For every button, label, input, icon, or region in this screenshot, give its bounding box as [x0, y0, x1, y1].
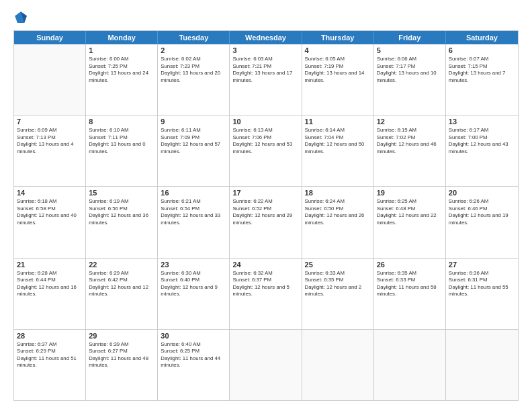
day-number: 25: [305, 261, 371, 269]
cell-info: Sunrise: 6:11 AM Sunset: 7:09 PM Dayligh…: [161, 127, 226, 155]
calendar-cell: 14Sunrise: 6:18 AM Sunset: 6:58 PM Dayli…: [14, 187, 86, 257]
day-number: 29: [89, 332, 154, 340]
day-number: 26: [377, 261, 443, 269]
page: SundayMondayTuesdayWednesdayThursdayFrid…: [0, 0, 532, 411]
calendar-cell: 24Sunrise: 6:32 AM Sunset: 6:37 PM Dayli…: [230, 259, 302, 329]
calendar-cell: 3Sunrise: 6:03 AM Sunset: 7:21 PM Daylig…: [230, 44, 302, 115]
day-number: 16: [161, 189, 226, 197]
day-number: 9: [161, 118, 226, 126]
cell-info: Sunrise: 6:35 AM Sunset: 6:33 PM Dayligh…: [377, 270, 443, 298]
day-number: 27: [449, 261, 515, 269]
day-number: 11: [305, 118, 371, 126]
day-number: 13: [449, 118, 515, 126]
calendar-row: 21Sunrise: 6:28 AM Sunset: 6:44 PM Dayli…: [14, 258, 518, 329]
calendar-day-header: Tuesday: [158, 31, 230, 44]
cell-info: Sunrise: 6:17 AM Sunset: 7:00 PM Dayligh…: [449, 127, 515, 155]
calendar-cell: [230, 330, 302, 400]
day-number: 22: [89, 261, 154, 269]
day-number: 3: [232, 46, 298, 54]
calendar-cell: 15Sunrise: 6:19 AM Sunset: 6:56 PM Dayli…: [86, 187, 158, 257]
logo: [13, 10, 31, 25]
calendar-day-header: Thursday: [302, 31, 374, 44]
calendar-cell: 17Sunrise: 6:22 AM Sunset: 6:52 PM Dayli…: [230, 187, 302, 257]
calendar-cell: 27Sunrise: 6:36 AM Sunset: 6:31 PM Dayli…: [446, 259, 518, 329]
calendar-cell: 10Sunrise: 6:13 AM Sunset: 7:06 PM Dayli…: [230, 116, 302, 186]
calendar-day-header: Saturday: [446, 31, 518, 44]
calendar-cell: 4Sunrise: 6:05 AM Sunset: 7:19 PM Daylig…: [302, 44, 374, 115]
calendar-day-header: Monday: [86, 31, 158, 44]
cell-info: Sunrise: 6:40 AM Sunset: 6:25 PM Dayligh…: [161, 341, 226, 369]
cell-info: Sunrise: 6:33 AM Sunset: 6:35 PM Dayligh…: [305, 270, 371, 298]
day-number: 5: [377, 46, 443, 54]
calendar-cell: [14, 44, 86, 115]
calendar-cell: 26Sunrise: 6:35 AM Sunset: 6:33 PM Dayli…: [374, 259, 446, 329]
cell-info: Sunrise: 6:02 AM Sunset: 7:23 PM Dayligh…: [161, 56, 226, 84]
cell-info: Sunrise: 6:14 AM Sunset: 7:04 PM Dayligh…: [305, 127, 371, 155]
cell-info: Sunrise: 6:13 AM Sunset: 7:06 PM Dayligh…: [232, 127, 298, 155]
calendar-day-header: Sunday: [14, 31, 86, 44]
day-number: 10: [232, 118, 298, 126]
cell-info: Sunrise: 6:39 AM Sunset: 6:27 PM Dayligh…: [89, 341, 154, 369]
cell-info: Sunrise: 6:26 AM Sunset: 6:46 PM Dayligh…: [449, 198, 515, 226]
day-number: 18: [305, 189, 371, 197]
day-number: 1: [89, 46, 154, 54]
calendar-cell: 11Sunrise: 6:14 AM Sunset: 7:04 PM Dayli…: [302, 116, 374, 186]
calendar-cell: 22Sunrise: 6:29 AM Sunset: 6:42 PM Dayli…: [86, 259, 158, 329]
day-number: 24: [232, 261, 298, 269]
day-number: 28: [17, 332, 83, 340]
cell-info: Sunrise: 6:28 AM Sunset: 6:44 PM Dayligh…: [17, 270, 83, 298]
calendar-cell: 1Sunrise: 6:00 AM Sunset: 7:25 PM Daylig…: [86, 44, 158, 115]
calendar-day-header: Wednesday: [230, 31, 302, 44]
cell-info: Sunrise: 6:07 AM Sunset: 7:15 PM Dayligh…: [449, 56, 515, 84]
cell-info: Sunrise: 6:06 AM Sunset: 7:17 PM Dayligh…: [377, 56, 443, 84]
calendar-cell: [302, 330, 374, 400]
cell-info: Sunrise: 6:03 AM Sunset: 7:21 PM Dayligh…: [232, 56, 298, 84]
calendar-row: 28Sunrise: 6:37 AM Sunset: 6:29 PM Dayli…: [14, 329, 518, 400]
day-number: 21: [17, 261, 83, 269]
cell-info: Sunrise: 6:05 AM Sunset: 7:19 PM Dayligh…: [305, 56, 371, 84]
cell-info: Sunrise: 6:25 AM Sunset: 6:48 PM Dayligh…: [377, 198, 443, 226]
cell-info: Sunrise: 6:09 AM Sunset: 7:13 PM Dayligh…: [17, 127, 83, 155]
calendar-row: 14Sunrise: 6:18 AM Sunset: 6:58 PM Dayli…: [14, 186, 518, 257]
cell-info: Sunrise: 6:15 AM Sunset: 7:02 PM Dayligh…: [377, 127, 443, 155]
cell-info: Sunrise: 6:32 AM Sunset: 6:37 PM Dayligh…: [232, 270, 298, 298]
calendar-cell: 9Sunrise: 6:11 AM Sunset: 7:09 PM Daylig…: [158, 116, 230, 186]
day-number: 12: [377, 118, 443, 126]
calendar-header: SundayMondayTuesdayWednesdayThursdayFrid…: [14, 31, 518, 44]
day-number: 19: [377, 189, 443, 197]
calendar-cell: 23Sunrise: 6:30 AM Sunset: 6:40 PM Dayli…: [158, 259, 230, 329]
calendar-cell: 18Sunrise: 6:24 AM Sunset: 6:50 PM Dayli…: [302, 187, 374, 257]
day-number: 2: [161, 46, 226, 54]
cell-info: Sunrise: 6:19 AM Sunset: 6:56 PM Dayligh…: [89, 198, 154, 226]
calendar-cell: 21Sunrise: 6:28 AM Sunset: 6:44 PM Dayli…: [14, 259, 86, 329]
calendar-cell: 6Sunrise: 6:07 AM Sunset: 7:15 PM Daylig…: [446, 44, 518, 115]
calendar-row: 7Sunrise: 6:09 AM Sunset: 7:13 PM Daylig…: [14, 115, 518, 186]
calendar-body: 1Sunrise: 6:00 AM Sunset: 7:25 PM Daylig…: [14, 44, 518, 400]
calendar-cell: 13Sunrise: 6:17 AM Sunset: 7:00 PM Dayli…: [446, 116, 518, 186]
cell-info: Sunrise: 6:30 AM Sunset: 6:40 PM Dayligh…: [161, 270, 226, 298]
calendar-cell: 7Sunrise: 6:09 AM Sunset: 7:13 PM Daylig…: [14, 116, 86, 186]
calendar-cell: 8Sunrise: 6:10 AM Sunset: 7:11 PM Daylig…: [86, 116, 158, 186]
cell-info: Sunrise: 6:24 AM Sunset: 6:50 PM Dayligh…: [305, 198, 371, 226]
day-number: 15: [89, 189, 154, 197]
calendar-row: 1Sunrise: 6:00 AM Sunset: 7:25 PM Daylig…: [14, 44, 518, 115]
cell-info: Sunrise: 6:10 AM Sunset: 7:11 PM Dayligh…: [89, 127, 154, 155]
cell-info: Sunrise: 6:37 AM Sunset: 6:29 PM Dayligh…: [17, 341, 83, 369]
calendar: SundayMondayTuesdayWednesdayThursdayFrid…: [13, 30, 519, 401]
calendar-cell: [446, 330, 518, 400]
day-number: 23: [161, 261, 226, 269]
cell-info: Sunrise: 6:00 AM Sunset: 7:25 PM Dayligh…: [89, 56, 154, 84]
calendar-cell: 29Sunrise: 6:39 AM Sunset: 6:27 PM Dayli…: [86, 330, 158, 400]
day-number: 4: [305, 46, 371, 54]
cell-info: Sunrise: 6:18 AM Sunset: 6:58 PM Dayligh…: [17, 198, 83, 226]
cell-info: Sunrise: 6:29 AM Sunset: 6:42 PM Dayligh…: [89, 270, 154, 298]
calendar-cell: 20Sunrise: 6:26 AM Sunset: 6:46 PM Dayli…: [446, 187, 518, 257]
day-number: 17: [232, 189, 298, 197]
cell-info: Sunrise: 6:36 AM Sunset: 6:31 PM Dayligh…: [449, 270, 515, 298]
calendar-cell: 25Sunrise: 6:33 AM Sunset: 6:35 PM Dayli…: [302, 259, 374, 329]
day-number: 20: [449, 189, 515, 197]
day-number: 6: [449, 46, 515, 54]
calendar-day-header: Friday: [374, 31, 446, 44]
calendar-cell: 28Sunrise: 6:37 AM Sunset: 6:29 PM Dayli…: [14, 330, 86, 400]
day-number: 14: [17, 189, 83, 197]
